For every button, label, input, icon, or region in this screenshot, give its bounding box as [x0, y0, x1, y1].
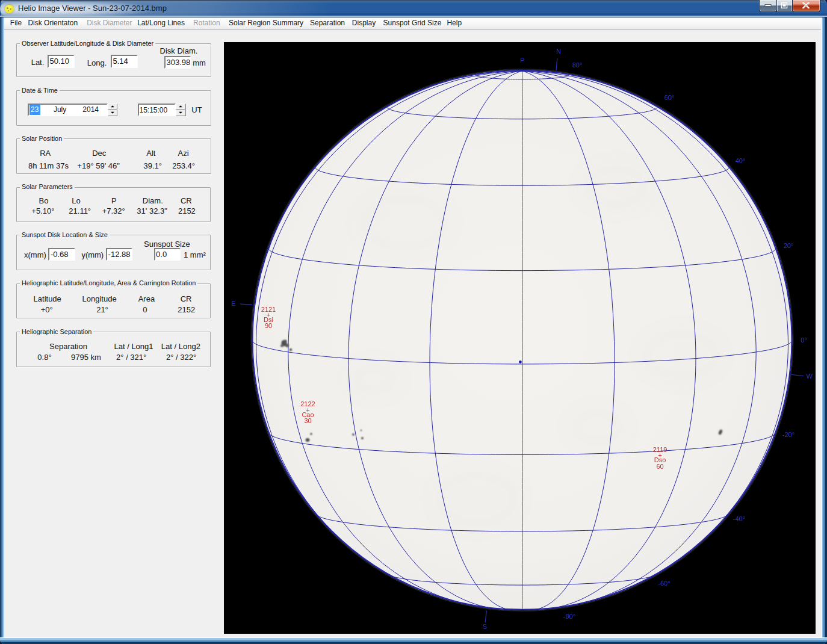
svg-text:60: 60: [656, 463, 663, 470]
svg-text:0°: 0°: [801, 336, 807, 344]
svg-text:S: S: [483, 623, 487, 630]
svg-text:P: P: [520, 57, 524, 64]
svg-text:90: 90: [265, 322, 272, 329]
svg-text:30: 30: [304, 417, 311, 424]
svg-text:40°: 40°: [736, 157, 746, 164]
svg-text:-20°: -20°: [782, 431, 794, 438]
svg-text:-40°: -40°: [733, 515, 745, 522]
svg-text:-80°: -80°: [563, 613, 575, 620]
svg-text:N: N: [556, 48, 561, 55]
svg-text:-60°: -60°: [658, 580, 670, 587]
svg-text:80°: 80°: [572, 61, 583, 69]
svg-text:60°: 60°: [664, 94, 675, 101]
svg-text:E: E: [231, 300, 235, 307]
svg-text:20°: 20°: [784, 242, 794, 249]
svg-text:W: W: [806, 373, 813, 380]
